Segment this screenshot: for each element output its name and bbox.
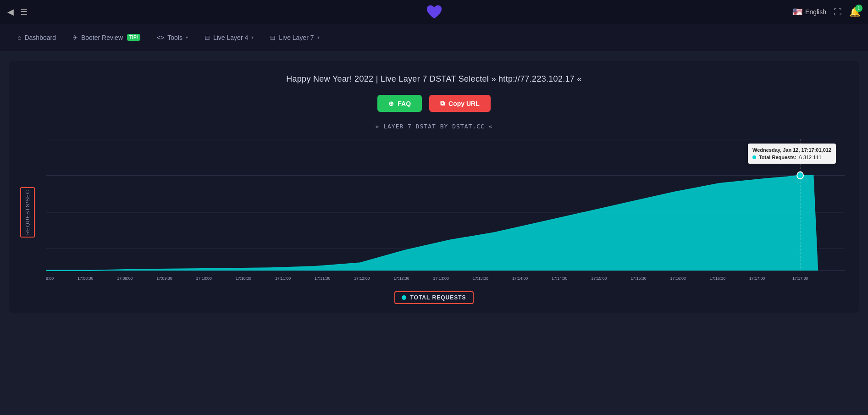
navbar: ⌂ Dashboard ✈ Booter Review TIP! <> Tool… bbox=[0, 24, 868, 51]
svg-text:17:11:30: 17:11:30 bbox=[315, 276, 330, 281]
chart-svg: 8M 6M 4M 2M 0 17:08:00 17:08:30 bbox=[46, 139, 845, 286]
brand-logo bbox=[426, 4, 442, 20]
chart-fill bbox=[46, 175, 818, 270]
svg-text:17:12:00: 17:12:00 bbox=[354, 276, 370, 281]
svg-text:17:09:00: 17:09:00 bbox=[117, 276, 133, 281]
copy-url-label: Copy URL bbox=[448, 100, 480, 107]
nav-dashboard-label: Dashboard bbox=[24, 34, 56, 41]
layer7-icon: ⊟ bbox=[270, 34, 276, 41]
tooltip-value: Total Requests: 6 312 111 bbox=[752, 155, 831, 160]
chevron-down-icon-3: ▾ bbox=[317, 35, 320, 40]
tooltip-metric-label: Total Requests: bbox=[759, 155, 796, 160]
fullscreen-button[interactable]: ⛶ bbox=[834, 7, 842, 17]
svg-text:17:17:30: 17:17:30 bbox=[792, 276, 808, 281]
sidebar-item-live-layer7[interactable]: ⊟ Live Layer 7 ▾ bbox=[264, 30, 326, 45]
svg-text:17:15:00: 17:15:00 bbox=[591, 276, 607, 281]
home-icon: ⌂ bbox=[17, 34, 21, 41]
svg-text:17:14:00: 17:14:00 bbox=[512, 276, 528, 281]
dstat-label: » Layer 7 DStAt BY DSTAT.CC « bbox=[18, 123, 850, 130]
back-button[interactable]: ◀ bbox=[7, 7, 14, 17]
svg-text:17:16:00: 17:16:00 bbox=[670, 276, 686, 281]
menu-button[interactable]: ☰ bbox=[20, 7, 28, 17]
faq-label: FAQ bbox=[398, 100, 411, 107]
main-content: Happy New Year! 2022 | Live Layer 7 DSTA… bbox=[0, 51, 868, 322]
faq-icon: ⊕ bbox=[388, 100, 394, 107]
chart-area: Requests/sec 8M 6M 4M 2M 0 bbox=[18, 139, 850, 286]
notification-badge: 1 bbox=[855, 5, 862, 12]
tooltip-date: Wednesday, Jan 12, 17:17:01,012 bbox=[752, 147, 831, 153]
sidebar-item-tools[interactable]: <> Tools ▾ bbox=[150, 30, 194, 45]
topbar-right: 🇺🇸 English ⛶ 🔔 1 bbox=[792, 6, 861, 17]
nav-layer4-label: Live Layer 4 bbox=[213, 34, 248, 41]
copy-url-button[interactable]: ⧉ Copy URL bbox=[429, 95, 491, 112]
svg-text:17:12:30: 17:12:30 bbox=[393, 276, 409, 281]
tooltip-dot bbox=[752, 155, 756, 159]
copy-icon: ⧉ bbox=[440, 100, 445, 107]
svg-text:17:10:30: 17:10:30 bbox=[236, 276, 251, 281]
sidebar-item-dashboard[interactable]: ⌂ Dashboard bbox=[11, 30, 62, 45]
chart-svg-element: 8M 6M 4M 2M 0 17:08:00 17:08:30 bbox=[46, 139, 845, 286]
svg-text:17:13:30: 17:13:30 bbox=[473, 276, 488, 281]
tooltip-metric-value: 6 312 111 bbox=[799, 155, 822, 160]
chevron-down-icon: ▾ bbox=[186, 35, 188, 40]
legend-label: Total Requests bbox=[410, 294, 466, 301]
nav-layer7-label: Live Layer 7 bbox=[279, 34, 314, 41]
svg-text:17:15:30: 17:15:30 bbox=[630, 276, 646, 281]
svg-text:17:16:30: 17:16:30 bbox=[710, 276, 725, 281]
chart-buttons: ⊕ FAQ ⧉ Copy URL bbox=[18, 95, 850, 112]
chart-legend: Total Requests bbox=[18, 291, 850, 304]
send-icon: ✈ bbox=[72, 34, 78, 41]
chevron-down-icon-2: ▾ bbox=[251, 35, 254, 40]
code-icon: <> bbox=[157, 34, 164, 41]
topbar-left: ◀ ☰ bbox=[7, 7, 28, 17]
language-selector[interactable]: 🇺🇸 English bbox=[792, 7, 826, 17]
svg-text:17:11:00: 17:11:00 bbox=[275, 276, 291, 281]
svg-text:17:08:00: 17:08:00 bbox=[46, 276, 54, 281]
notification-button[interactable]: 🔔 1 bbox=[849, 6, 861, 17]
legend-dot bbox=[402, 295, 406, 300]
y-axis-label: Requests/sec bbox=[20, 187, 35, 238]
legend-total-requests: Total Requests bbox=[394, 291, 473, 304]
nav-booter-label: Booter Review bbox=[81, 34, 123, 41]
sidebar-item-booter-review[interactable]: ✈ Booter Review TIP! bbox=[66, 30, 147, 45]
svg-text:17:08:30: 17:08:30 bbox=[77, 276, 93, 281]
sidebar-item-live-layer4[interactable]: ⊟ Live Layer 4 ▾ bbox=[198, 30, 260, 45]
layer4-icon: ⊟ bbox=[205, 34, 210, 41]
chart-tooltip: Wednesday, Jan 12, 17:17:01,012 Total Re… bbox=[748, 144, 836, 164]
svg-text:17:09:30: 17:09:30 bbox=[156, 276, 172, 281]
booter-badge: TIP! bbox=[127, 34, 140, 41]
bottom-spacer bbox=[0, 322, 868, 350]
nav-tools-label: Tools bbox=[167, 34, 182, 41]
topbar: ◀ ☰ 🇺🇸 English ⛶ 🔔 1 bbox=[0, 0, 868, 24]
svg-text:17:17:00: 17:17:00 bbox=[749, 276, 765, 281]
language-label: English bbox=[805, 8, 826, 16]
chart-title: Happy New Year! 2022 | Live Layer 7 DSTA… bbox=[18, 74, 850, 84]
svg-text:17:10:00: 17:10:00 bbox=[196, 276, 212, 281]
svg-text:17:13:00: 17:13:00 bbox=[433, 276, 449, 281]
chart-container: Happy New Year! 2022 | Live Layer 7 DSTA… bbox=[9, 61, 859, 313]
svg-text:17:14:30: 17:14:30 bbox=[552, 276, 567, 281]
topbar-logo bbox=[426, 4, 442, 20]
faq-button[interactable]: ⊕ FAQ bbox=[377, 95, 422, 112]
